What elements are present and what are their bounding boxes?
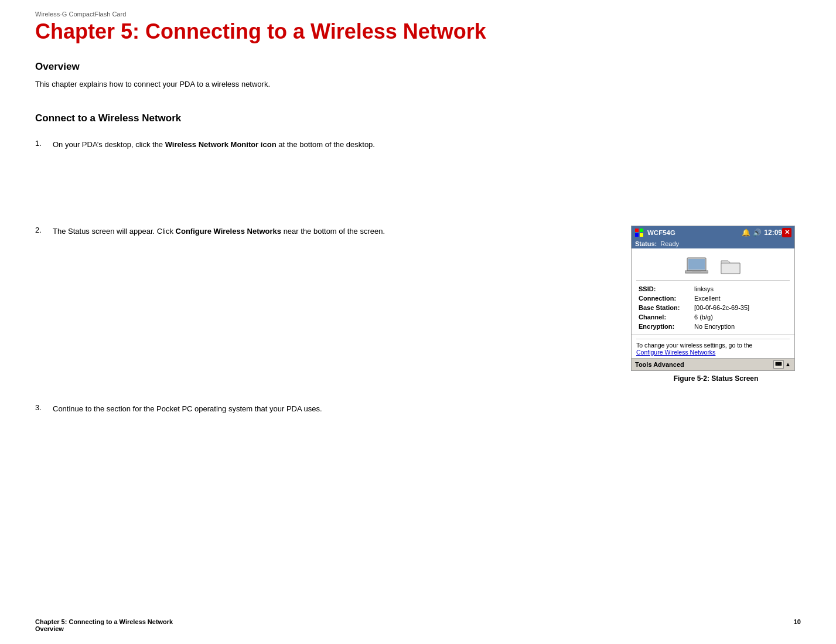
chevron-up-icon[interactable]: ▲ [785,361,791,367]
info-value-connection: Excellent [692,294,790,303]
overview-body: This chapter explains how to connect you… [35,79,801,90]
step-3-text: Continue to the section for the Pocket P… [53,403,322,415]
svg-rect-7 [692,271,701,272]
device-time: 12:09 [764,229,782,237]
device-toolbar: Tools Advanced ⌨ ▲ [632,358,794,370]
toolbar-keyboard-area: ⌨ ▲ [773,360,791,369]
device-icons-row [636,252,790,281]
device-body: SSID: linksys Connection: Excellent Base… [632,248,794,335]
step-3: 3. Continue to the section for the Pocke… [35,403,801,415]
device-status-label: Status: [635,240,657,247]
device-bottom-section: To change your wireless settings, go to … [632,335,794,358]
windows-mobile-icon [634,228,644,237]
keyboard-icon[interactable]: ⌨ [773,360,784,369]
info-label-ssid: SSID: [636,284,692,294]
brand-header: Wireless-G CompactFlash Card [35,11,801,18]
table-row: Connection: Excellent [636,294,790,303]
info-value-basestation: [00-0f-66-2c-69-35] [692,303,790,312]
info-label-channel: Channel: [636,312,692,322]
device-app-name: WCF54G [647,229,742,236]
volume-icon: 🔊 [753,229,762,237]
footer-left: Chapter 5: Connecting to a Wireless Netw… [35,618,173,632]
step-2-text: The Status screen will appear. Click Con… [53,226,385,237]
footer-page-number: 10 [794,618,801,632]
device-info-table: SSID: linksys Connection: Excellent Base… [636,284,790,331]
toolbar-label: Tools Advanced [635,361,684,368]
table-row: Encryption: No Encryption [636,322,790,331]
connect-heading: Connect to a Wireless Network [35,113,801,124]
info-value-encryption: No Encryption [692,322,790,331]
svg-rect-5 [688,259,705,270]
step-1-num: 1. [35,139,53,148]
laptop-icon [685,257,708,275]
device-status-value: Ready [660,240,679,247]
table-row: SSID: linksys [636,284,790,294]
chapter-title: Chapter 5: Connecting to a Wireless Netw… [35,20,801,43]
device-status-bar: Status: Ready [632,239,794,248]
device-titlebar: WCF54G 🔔 🔊 12:09 ✕ [632,226,794,239]
step-1-text: On your PDA’s desktop, click the Wireles… [53,139,375,151]
info-label-encryption: Encryption: [636,322,692,331]
device-close-button[interactable]: ✕ [782,228,791,237]
info-label-basestation: Base Station: [636,303,692,312]
page-footer: Chapter 5: Connecting to a Wireless Netw… [35,618,801,632]
table-row: Base Station: [00-0f-66-2c-69-35] [636,303,790,312]
step-2: 2. The Status screen will appear. Click … [35,226,619,237]
footer-chapter: Chapter 5: Connecting to a Wireless Netw… [35,618,173,625]
speaker-icon: 🔔 [742,229,750,237]
svg-rect-8 [721,263,740,274]
configure-wireless-link[interactable]: Configure Wireless Networks [636,349,715,356]
info-label-connection: Connection: [636,294,692,303]
info-value-ssid: linksys [692,284,790,294]
table-row: Channel: 6 (b/g) [636,312,790,322]
svg-rect-3 [640,233,643,237]
step-2-num: 2. [35,226,53,234]
figure-caption: Figure 5-2: Status Screen [631,374,801,383]
overview-heading: Overview [35,61,801,73]
svg-rect-2 [635,233,639,237]
device-screenshot: WCF54G 🔔 🔊 12:09 ✕ Status: Ready [631,226,795,371]
step-1: 1. On your PDA’s desktop, click the Wire… [35,139,801,151]
info-value-channel: 6 (b/g) [692,312,790,322]
svg-rect-0 [635,229,639,232]
svg-rect-1 [640,229,643,232]
device-bottom-text: To change your wireless settings, go to … [636,342,790,349]
folder-icon [720,257,741,275]
device-title-right: 🔔 🔊 12:09 [742,229,782,237]
step-3-num: 3. [35,403,53,412]
footer-section: Overview [35,625,173,632]
